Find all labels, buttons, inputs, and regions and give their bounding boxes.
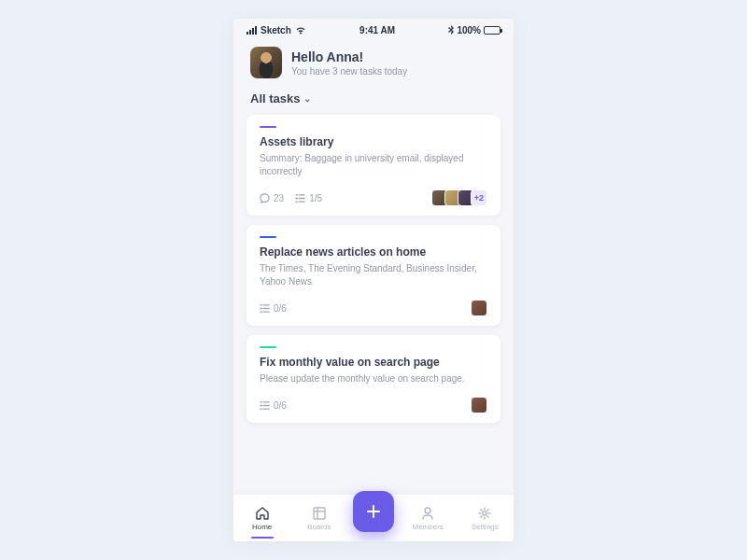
assignees: +2: [431, 189, 487, 206]
nav-settings[interactable]: Settings: [461, 506, 508, 531]
assignee-avatar[interactable]: [471, 300, 487, 316]
comment-icon: [260, 193, 270, 203]
status-bar: Sketch 9:41 AM 100%: [233, 19, 514, 37]
bluetooth-icon: [448, 25, 454, 35]
boards-icon: [312, 506, 327, 521]
task-card[interactable]: Assets library Summary: Baggage in unive…: [247, 115, 500, 216]
svg-point-1: [425, 508, 430, 513]
card-desc: Please update the monthly value on searc…: [260, 372, 487, 385]
wifi-icon: [295, 26, 306, 35]
checklist-stat: 0/6: [260, 303, 287, 314]
card-accent: [260, 236, 276, 238]
filter-label: All tasks: [250, 91, 300, 105]
checklist-stat: 1/5: [295, 193, 322, 203]
comments-stat: 23: [260, 193, 284, 203]
svg-point-2: [483, 511, 486, 515]
checklist-icon: [295, 193, 305, 203]
assignees: [471, 397, 487, 413]
battery-percent: 100%: [457, 25, 481, 35]
nav-members[interactable]: Members: [404, 506, 451, 531]
add-button[interactable]: [353, 491, 394, 532]
greeting: Hello Anna!: [291, 49, 407, 64]
task-list: Assets library Summary: Baggage in unive…: [233, 115, 514, 423]
card-accent: [260, 346, 276, 348]
nav-home[interactable]: Home: [239, 506, 286, 531]
card-title: Assets library: [260, 135, 487, 148]
status-time: 9:41 AM: [359, 25, 395, 35]
task-card[interactable]: Replace news articles on home The Times,…: [247, 225, 500, 326]
user-avatar[interactable]: [250, 47, 282, 78]
more-assignees[interactable]: +2: [471, 189, 487, 206]
bottom-nav: Home Boards Members Settings: [233, 495, 514, 541]
nav-boards[interactable]: Boards: [296, 506, 343, 531]
filter-dropdown[interactable]: All tasks ⌄: [233, 86, 514, 115]
card-accent: [260, 126, 276, 128]
chevron-down-icon: ⌄: [303, 93, 311, 104]
checklist-stat: 0/6: [260, 400, 287, 411]
checklist-icon: [260, 303, 270, 314]
battery-icon: [484, 26, 500, 35]
phone-frame: Sketch 9:41 AM 100% Hello Anna! You have…: [233, 19, 514, 541]
card-desc: Summary: Baggage in university email, di…: [260, 152, 487, 178]
carrier-label: Sketch: [261, 25, 291, 35]
card-desc: The Times, The Evening Standard, Busines…: [260, 262, 487, 288]
card-title: Fix monthly value on search page: [260, 356, 487, 369]
assignee-avatar[interactable]: [471, 397, 487, 413]
gear-icon: [477, 506, 492, 521]
assignees: [471, 300, 487, 316]
header: Hello Anna! You have 3 new tasks today: [233, 37, 514, 86]
plus-icon: [364, 502, 383, 521]
subtitle: You have 3 new tasks today: [291, 66, 407, 77]
checklist-icon: [260, 400, 270, 411]
task-card[interactable]: Fix monthly value on search page Please …: [247, 335, 500, 423]
svg-rect-0: [314, 508, 325, 519]
home-icon: [255, 506, 270, 521]
members-icon: [420, 506, 435, 521]
signal-icon: [247, 26, 257, 35]
card-title: Replace news articles on home: [260, 245, 487, 259]
